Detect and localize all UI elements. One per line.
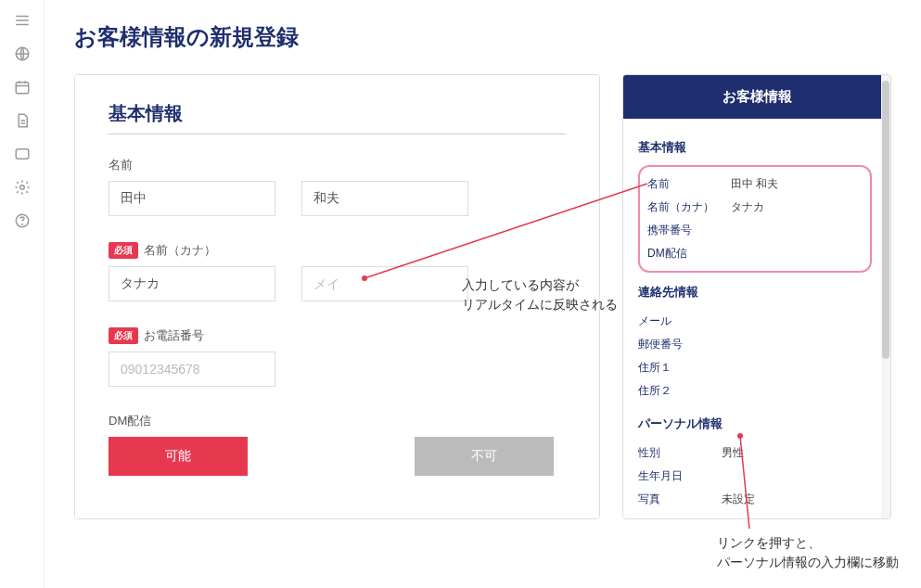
dm-not-possible-button[interactable]: 不可 <box>415 437 554 476</box>
sum-phone-label: 携帯番号 <box>647 223 731 238</box>
form-section-title: 基本情報 <box>109 101 566 134</box>
dm-label: DM配信 <box>109 413 566 429</box>
sum-photo-value: 未設定 <box>722 492 872 507</box>
summary-basic-title: 基本情報 <box>638 139 872 156</box>
page-title: お客様情報の新規登録 <box>74 22 891 52</box>
main-content: お客様情報の新規登録 基本情報 名前 必須 名前（カナ） <box>45 0 921 588</box>
menu-icon[interactable] <box>13 11 32 30</box>
required-badge: 必須 <box>109 327 138 344</box>
sum-name-value: 田中 和夫 <box>731 176 863 192</box>
field-phone: 必須 お電話番号 <box>109 327 566 387</box>
summary-panel: お客様情報 基本情報 名前田中 和夫 名前（カナ）タナカ 携帯番号 DM配信 連… <box>622 74 891 519</box>
annotation-link: リンクを押すと、 パーソナル情報の入力欄に移動 <box>717 533 899 572</box>
chat-icon[interactable] <box>13 145 32 163</box>
field-kana: 必須 名前（カナ） <box>109 242 566 301</box>
kana-last-input[interactable] <box>109 266 275 301</box>
form-panel: 基本情報 名前 必須 名前（カナ） <box>74 74 600 519</box>
svg-point-13 <box>21 224 22 224</box>
sum-dm-label: DM配信 <box>647 246 731 262</box>
sum-gender-label: 性別 <box>638 445 722 461</box>
required-badge: 必須 <box>109 242 138 259</box>
svg-point-11 <box>19 185 24 190</box>
svg-rect-4 <box>16 83 29 94</box>
calendar-icon[interactable] <box>13 78 32 96</box>
name-last-input[interactable] <box>109 181 275 216</box>
sum-zip-label: 郵便番号 <box>638 337 722 352</box>
scrollbar[interactable] <box>881 75 890 518</box>
sum-mail-label: メール <box>638 313 722 329</box>
summary-header: お客様情報 <box>623 75 890 119</box>
sidebar-nav <box>0 0 45 588</box>
kana-label: 名前（カナ） <box>144 242 216 259</box>
sum-addr1-label: 住所１ <box>638 360 722 376</box>
sum-photo-label: 写真 <box>638 492 722 507</box>
field-name: 名前 <box>109 157 566 216</box>
sum-addr2-label: 住所２ <box>638 383 722 399</box>
phone-label: お電話番号 <box>144 327 204 344</box>
field-dm: DM配信 可能 不可 <box>109 413 566 476</box>
summary-basic-highlight: 名前田中 和夫 名前（カナ）タナカ 携帯番号 DM配信 <box>638 165 872 273</box>
kana-first-input[interactable] <box>301 266 468 301</box>
document-icon[interactable] <box>13 111 32 130</box>
globe-icon[interactable] <box>13 45 32 63</box>
name-label: 名前 <box>109 157 566 173</box>
dm-possible-button[interactable]: 可能 <box>109 437 248 476</box>
help-icon[interactable] <box>13 211 32 230</box>
gear-icon[interactable] <box>13 178 32 197</box>
sum-birth-label: 生年月日 <box>638 468 722 484</box>
sum-kana-value: タナカ <box>731 199 863 215</box>
sum-gender-value: 男性 <box>722 445 872 461</box>
name-first-input[interactable] <box>301 181 468 216</box>
summary-contact-title[interactable]: 連絡先情報 <box>638 284 872 300</box>
sum-name-label: 名前 <box>647 176 731 192</box>
summary-personal-title[interactable]: パーソナル情報 <box>638 415 872 432</box>
svg-rect-10 <box>16 149 29 160</box>
sum-kana-label: 名前（カナ） <box>647 199 731 215</box>
phone-input[interactable] <box>109 352 275 387</box>
